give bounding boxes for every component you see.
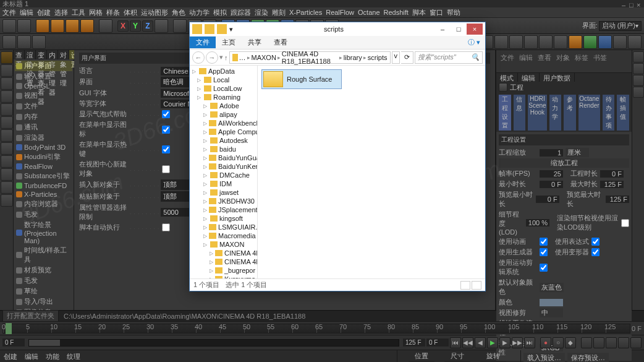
menu-Octane[interactable]: Octane [358, 9, 379, 16]
attr-value[interactable]: 0 F [600, 170, 624, 178]
left-tab[interactable]: 查看 [14, 50, 25, 59]
expand-icon[interactable]: ▷ [203, 225, 207, 230]
expand-icon[interactable]: ▷ [192, 69, 197, 74]
goto-start-icon[interactable]: ⏮ [450, 337, 461, 348]
expand-icon[interactable]: ▷ [203, 138, 208, 144]
expand-icon[interactable]: ▷ [197, 77, 202, 83]
attr-header-cell[interactable]: Octane Render [578, 95, 600, 131]
menu-X-Particles[interactable]: X-Particles [289, 9, 322, 16]
explorer-titlebar[interactable]: ▾ scripts – □ × [190, 22, 485, 36]
prefs-tree-item[interactable]: 导入/导出 [15, 296, 72, 307]
nav-tree-folder[interactable]: ▷kingsoft [191, 214, 256, 223]
attr-value[interactable]: 0 F [540, 181, 563, 188]
material-tab[interactable]: 功能 [43, 351, 62, 362]
expand-icon[interactable]: ▷ [197, 95, 202, 100]
menu-样条[interactable]: 样条 [106, 8, 120, 17]
prefs-tree-item[interactable]: 材质预览 [15, 265, 72, 275]
goto-end-icon[interactable]: ⏭ [524, 337, 535, 348]
nav-tree-folder[interactable]: ▷BaiduYunGua [191, 153, 256, 162]
expand-icon[interactable]: ▷ [203, 233, 207, 239]
axis-mode-icon[interactable] [1, 142, 13, 155]
nav-tree-folder[interactable]: ▷MAXON [191, 240, 256, 249]
attr-header-cell[interactable]: 参考 [564, 95, 576, 131]
explorer-content[interactable]: Rough Surface [258, 66, 485, 278]
workplane-mode-icon[interactable] [1, 90, 13, 103]
attr-checkbox[interactable] [591, 238, 600, 246]
scale-project-button[interactable]: 缩放工程 [499, 158, 629, 168]
breadcrumb-segment[interactable]: … [239, 54, 246, 61]
poly-mode-icon[interactable] [1, 129, 13, 142]
file-explorer-window[interactable]: ▾ scripts – □ × 文件主页共享查看ⓘ ▾ ← → ▾ ↑ …▸MA… [189, 22, 486, 291]
explorer-search-input[interactable]: 搜索"scripts" 🔍 [415, 51, 483, 64]
nav-tree-folder[interactable]: ▷Autodesk [191, 136, 256, 145]
scale-key-icon[interactable] [593, 337, 604, 348]
attr-tab[interactable]: 编辑 [518, 73, 540, 82]
prefs-tree-item[interactable]: 毛发 [15, 275, 72, 286]
attr-checkbox[interactable] [540, 248, 548, 256]
menu-脚本[interactable]: 脚本 [412, 8, 426, 17]
filter-icon[interactable] [2, 35, 16, 49]
undo-icon[interactable] [2, 19, 16, 33]
menu-模拟[interactable]: 模拟 [213, 8, 227, 17]
timeline-ruler[interactable]: 0510152025303540455055606570758085909510… [2, 324, 630, 334]
attr-checkbox[interactable] [540, 238, 548, 246]
objmgr-menu[interactable]: 查看 [536, 53, 553, 67]
menu-创建[interactable]: 创建 [37, 8, 51, 17]
nav-tree-folder[interactable]: ▷CINEMA 4D [191, 249, 256, 257]
attr-header-cell[interactable]: 工程设置 [499, 95, 511, 131]
settings-checkbox[interactable] [162, 145, 170, 153]
nav-tree-folder[interactable]: ▷CINEMA 4D [191, 257, 256, 266]
model-mode-icon[interactable] [1, 51, 13, 64]
material-tab[interactable]: 编辑 [22, 351, 41, 362]
menu-帮助[interactable]: 帮助 [447, 8, 460, 17]
nav-tree-folder[interactable]: ▷_bugrepor [191, 266, 256, 275]
menu-编辑[interactable]: 编辑 [20, 8, 33, 17]
nav-up-icon[interactable]: ↑ [224, 54, 228, 61]
attr-value[interactable]: 25 [540, 170, 563, 178]
view-details-icon[interactable] [460, 281, 470, 290]
prefs-tree-item[interactable]: 时间线/样条工具 [15, 245, 72, 265]
prefs-tree-item[interactable]: 数字绘景 (Projection Man) [15, 220, 72, 245]
menu-工具[interactable]: 工具 [72, 8, 85, 17]
attr-dropdown[interactable]: 中 [540, 308, 563, 317]
expand-icon[interactable]: ▷ [203, 121, 207, 126]
folder-item-rough-surface[interactable]: Rough Surface [261, 69, 342, 89]
settings-checkbox[interactable] [162, 223, 170, 231]
prev-frame-icon[interactable]: ◀ [475, 337, 486, 348]
rt-icon-2[interactable] [633, 63, 644, 74]
attr-tab[interactable]: 模式 [496, 73, 518, 82]
nav-tree-folder[interactable]: ▷Roaming [191, 93, 256, 101]
snap-icon[interactable] [17, 35, 31, 49]
attr-tab[interactable]: 用户数据 [540, 73, 575, 82]
nav-tree-folder[interactable]: ▷alipay [191, 110, 256, 119]
color-swatch[interactable] [540, 299, 563, 306]
nav-tree-folder[interactable]: ▷BaiduYunKern [191, 162, 256, 171]
play-icon[interactable]: ▶ [487, 337, 498, 348]
next-frame-icon[interactable]: ▶ [499, 337, 511, 348]
xp-icon-12[interactable] [569, 35, 582, 49]
prefs-tree-item[interactable]: TurbulenceFD [15, 181, 72, 190]
xp-icon-16[interactable] [628, 35, 642, 49]
pos-key-icon[interactable] [581, 337, 592, 348]
objmgr-menu[interactable]: 对象 [554, 53, 572, 67]
material-tab[interactable]: 纹理 [64, 351, 83, 362]
axis-z-icon[interactable]: Z [142, 20, 153, 32]
range-start[interactable]: 0 F [2, 338, 25, 347]
xp-icon-9[interactable] [524, 35, 538, 49]
attr-header-cell[interactable]: 待办事项 [603, 95, 615, 131]
breadcrumb[interactable]: …▸MAXON▸CINEMA 4D R18_1EBA1188▸library▸s… [229, 51, 391, 64]
edge-mode-icon[interactable] [1, 116, 13, 129]
prefs-tree-item[interactable]: 渲染器 [15, 132, 72, 143]
render-view-icon[interactable] [173, 19, 187, 33]
attr-checkbox[interactable] [591, 248, 600, 256]
expand-icon[interactable]: ▷ [203, 155, 207, 161]
xp-icon-7[interactable] [494, 35, 508, 49]
prefs-tree-item[interactable]: X-Particles [15, 190, 72, 199]
prefs-tree-item[interactable]: 内存 [15, 111, 72, 122]
menu-选择[interactable]: 选择 [54, 8, 68, 17]
nav-tree-folder[interactable]: ▷LSMGUIAIR.7 [191, 223, 256, 231]
range-scrub[interactable] [28, 339, 399, 347]
param-key-icon[interactable] [618, 337, 629, 348]
xp-icon-15[interactable] [613, 35, 627, 49]
settings-checkbox[interactable] [162, 165, 170, 173]
